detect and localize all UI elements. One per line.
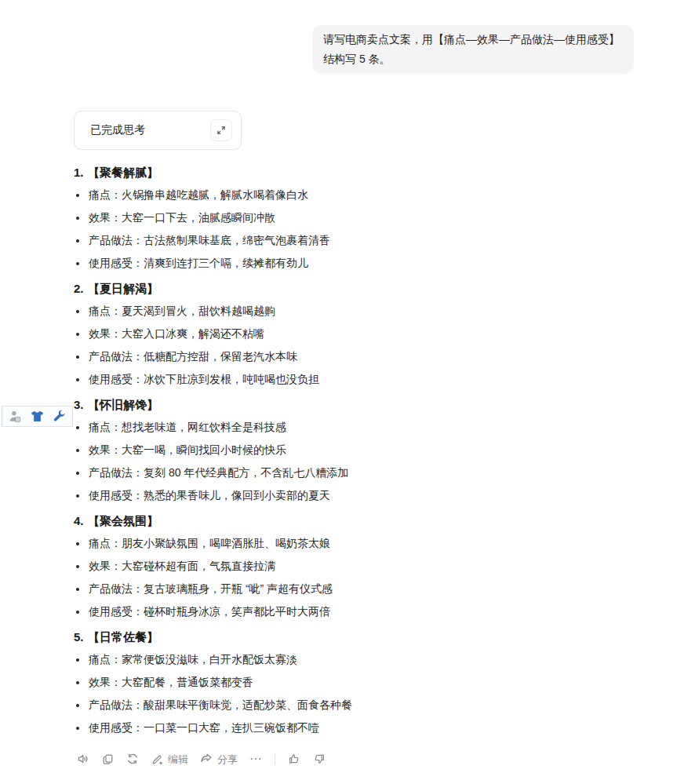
bullet-dot bbox=[76, 727, 79, 730]
bullet-item: 效果：大窑碰杯超有面，气氛直接拉满 bbox=[74, 555, 482, 578]
bullet-text: 产品做法：复刻 80 年代经典配方，不含乱七八糟添加 bbox=[89, 461, 348, 484]
section-title: 【怀旧解馋】 bbox=[88, 393, 158, 416]
bullet-text: 效果：大窑碰杯超有面，气氛直接拉满 bbox=[89, 555, 275, 578]
bullet-dot bbox=[76, 472, 79, 475]
bullet-dot bbox=[76, 310, 79, 313]
bullet-text: 使用感受：碰杯时瓶身冰凉，笑声都比平时大两倍 bbox=[89, 600, 330, 623]
section-header: 2.【夏日解渴】 bbox=[74, 277, 482, 300]
bullet-text: 痛点：家常便饭没滋味，白开水配饭太寡淡 bbox=[89, 648, 297, 671]
bullet-list: 痛点：家常便饭没滋味，白开水配饭太寡淡效果：大窑配餐，普通饭菜都变香产品做法：酸… bbox=[74, 648, 482, 739]
bullet-item: 产品做法：复刻 80 年代经典配方，不含乱七八糟添加 bbox=[74, 461, 482, 484]
bullet-text: 效果：大窑配餐，普通饭菜都变香 bbox=[89, 671, 253, 694]
edit-button-label: 编辑 bbox=[168, 754, 188, 764]
bullet-item: 痛点：夏天渴到冒火，甜饮料越喝越齁 bbox=[74, 300, 482, 323]
bullet-text: 痛点：夏天渴到冒火，甜饮料越喝越齁 bbox=[89, 300, 275, 323]
answer-section: 3.【怀旧解馋】痛点：想找老味道，网红饮料全是科技感效果：大窑一喝，瞬间找回小时… bbox=[74, 393, 482, 507]
bullet-dot bbox=[76, 378, 79, 381]
bullet-text: 产品做法：古法熬制果味基底，绵密气泡裹着清香 bbox=[89, 229, 330, 252]
bullet-dot bbox=[76, 356, 79, 359]
more-button[interactable] bbox=[243, 749, 268, 769]
bullet-dot bbox=[76, 262, 79, 265]
bullet-item: 效果：大窑一口下去，油腻感瞬间冲散 bbox=[74, 206, 482, 229]
answer-section: 2.【夏日解渴】痛点：夏天渴到冒火，甜饮料越喝越齁效果：大窑入口冰爽，解渴还不粘… bbox=[74, 277, 482, 391]
speaker-icon bbox=[76, 752, 90, 766]
bullet-dot bbox=[76, 588, 79, 591]
thumbs-down-button[interactable] bbox=[307, 749, 332, 769]
person-icon[interactable] bbox=[8, 409, 23, 424]
bullet-text: 产品做法：酸甜果味平衡味觉，适配炒菜、面食各种餐 bbox=[89, 694, 352, 717]
answer-section: 4.【聚会氛围】痛点：朋友小聚缺氛围，喝啤酒胀肚、喝奶茶太娘效果：大窑碰杯超有面… bbox=[74, 509, 482, 623]
answer-section: 5.【日常佐餐】痛点：家常便饭没滋味，白开水配饭太寡淡效果：大窑配餐，普通饭菜都… bbox=[74, 625, 482, 739]
section-title: 【夏日解渴】 bbox=[88, 277, 158, 300]
browser-extension-toolbar bbox=[2, 406, 73, 427]
thought-panel[interactable]: 已完成思考 bbox=[74, 111, 242, 150]
expand-icon bbox=[216, 125, 227, 136]
edit-button[interactable]: 编辑 bbox=[145, 749, 194, 769]
wrench-icon[interactable] bbox=[52, 409, 67, 424]
bullet-item: 使用感受：碰杯时瓶身冰凉，笑声都比平时大两倍 bbox=[74, 600, 482, 623]
bullet-list: 痛点：夏天渴到冒火，甜饮料越喝越齁效果：大窑入口冰爽，解渴还不粘嘴产品做法：低糖… bbox=[74, 300, 482, 391]
bullet-item: 使用感受：冰饮下肚凉到发根，吨吨喝也没负担 bbox=[74, 368, 482, 391]
bullet-dot bbox=[76, 542, 79, 545]
copy-button[interactable] bbox=[96, 749, 120, 769]
regenerate-icon bbox=[126, 752, 140, 766]
section-title: 【聚会氛围】 bbox=[88, 509, 158, 532]
bullet-text: 使用感受：清爽到连打三个嗝，续摊都有劲儿 bbox=[89, 252, 308, 275]
bullet-list: 痛点：火锅撸串越吃越腻，解腻水喝着像白水效果：大窑一口下去，油腻感瞬间冲散产品做… bbox=[74, 184, 482, 275]
answer-section: 1.【聚餐解腻】痛点：火锅撸串越吃越腻，解腻水喝着像白水效果：大窑一口下去，油腻… bbox=[74, 161, 482, 275]
section-number: 2. bbox=[74, 277, 88, 300]
bullet-text: 痛点：朋友小聚缺氛围，喝啤酒胀肚、喝奶茶太娘 bbox=[89, 532, 330, 555]
bullet-item: 使用感受：熟悉的果香味儿，像回到小卖部的夏天 bbox=[74, 484, 482, 507]
more-icon bbox=[249, 752, 263, 766]
bullet-dot bbox=[76, 565, 79, 568]
bullet-text: 效果：大窑一口下去，油腻感瞬间冲散 bbox=[89, 206, 275, 229]
thumbs-up-icon bbox=[287, 752, 301, 766]
bullet-item: 痛点：火锅撸串越吃越腻，解腻水喝着像白水 bbox=[74, 184, 482, 206]
bullet-text: 产品做法：低糖配方控甜，保留老汽水本味 bbox=[89, 345, 297, 368]
bullet-item: 痛点：想找老味道，网红饮料全是科技感 bbox=[74, 416, 482, 439]
user-message-text: 请写电商卖点文案，用【痛点—效果—产品做法—使用感受】结构写 5 条。 bbox=[323, 33, 620, 65]
section-header: 1.【聚餐解腻】 bbox=[74, 161, 482, 184]
bullet-item: 效果：大窑配餐，普通饭菜都变香 bbox=[74, 671, 482, 694]
bullet-dot bbox=[76, 494, 79, 498]
user-message-row: 请写电商卖点文案，用【痛点—效果—产品做法—使用感受】结构写 5 条。 bbox=[0, 0, 684, 74]
bullet-item: 使用感受：一口菜一口大窑，连扒三碗饭都不噎 bbox=[74, 717, 482, 739]
section-number: 5. bbox=[74, 625, 88, 648]
section-title: 【聚餐解腻】 bbox=[88, 161, 158, 184]
message-toolbar: 编辑 分享 bbox=[71, 749, 684, 769]
user-message-bubble: 请写电商卖点文案，用【痛点—效果—产品做法—使用感受】结构写 5 条。 bbox=[312, 25, 634, 74]
bullet-item: 效果：大窑一喝，瞬间找回小时候的快乐 bbox=[74, 439, 482, 461]
bullet-dot bbox=[76, 449, 79, 452]
section-header: 5.【日常佐餐】 bbox=[74, 625, 482, 648]
chat-page: 请写电商卖点文案，用【痛点—效果—产品做法—使用感受】结构写 5 条。 已完成思… bbox=[0, 0, 684, 784]
bullet-item: 使用感受：清爽到连打三个嗝，续摊都有劲儿 bbox=[74, 252, 482, 275]
bullet-text: 产品做法：复古玻璃瓶身，开瓶 “呲” 声超有仪式感 bbox=[89, 578, 333, 600]
bullet-list: 痛点：朋友小聚缺氛围，喝啤酒胀肚、喝奶茶太娘效果：大窑碰杯超有面，气氛直接拉满产… bbox=[74, 532, 482, 623]
section-number: 1. bbox=[74, 161, 88, 184]
expand-thought-button[interactable] bbox=[210, 119, 232, 141]
tshirt-icon[interactable] bbox=[30, 409, 45, 424]
bullet-item: 痛点：家常便饭没滋味，白开水配饭太寡淡 bbox=[74, 648, 482, 671]
section-title: 【日常佐餐】 bbox=[88, 625, 158, 648]
bullet-item: 产品做法：复古玻璃瓶身，开瓶 “呲” 声超有仪式感 bbox=[74, 578, 482, 600]
bullet-item: 产品做法：酸甜果味平衡味觉，适配炒菜、面食各种餐 bbox=[74, 694, 482, 717]
bullet-dot bbox=[76, 217, 79, 220]
read-aloud-button[interactable] bbox=[71, 749, 96, 769]
bullet-text: 痛点：想找老味道，网红饮料全是科技感 bbox=[89, 416, 286, 439]
bullet-item: 效果：大窑入口冰爽，解渴还不粘嘴 bbox=[74, 323, 482, 345]
bullet-dot bbox=[76, 681, 79, 684]
edit-pencil-icon bbox=[151, 753, 164, 766]
toolbar-divider bbox=[275, 753, 275, 764]
regenerate-button[interactable] bbox=[120, 749, 145, 769]
bullet-text: 痛点：火锅撸串越吃越腻，解腻水喝着像白水 bbox=[89, 184, 308, 206]
thought-status-label: 已完成思考 bbox=[90, 123, 145, 137]
section-header: 3.【怀旧解馋】 bbox=[74, 393, 482, 416]
bullet-text: 效果：大窑一喝，瞬间找回小时候的快乐 bbox=[89, 439, 286, 461]
section-header: 4.【聚会氛围】 bbox=[74, 509, 482, 532]
share-button[interactable]: 分享 bbox=[194, 749, 243, 769]
bullet-list: 痛点：想找老味道，网红饮料全是科技感效果：大窑一喝，瞬间找回小时候的快乐产品做法… bbox=[74, 416, 482, 507]
thumbs-up-button[interactable] bbox=[282, 749, 307, 769]
thumbs-down-icon bbox=[312, 752, 326, 766]
bullet-dot bbox=[76, 704, 79, 707]
bullet-text: 使用感受：一口菜一口大窑，连扒三碗饭都不噎 bbox=[89, 717, 319, 739]
